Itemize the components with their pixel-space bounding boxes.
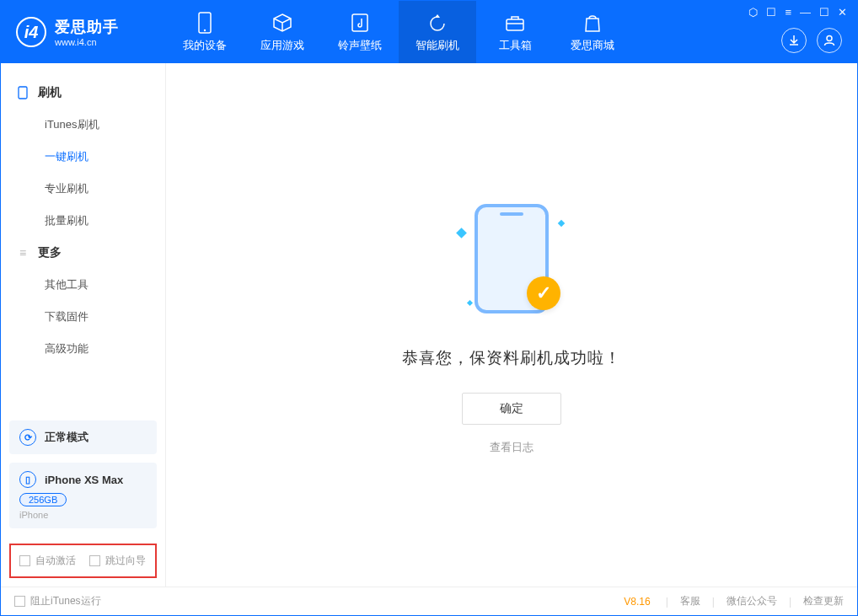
mode-block[interactable]: ⟳ 正常模式 bbox=[9, 420, 157, 454]
close-button[interactable]: ✕ bbox=[838, 6, 847, 19]
checkbox-box-icon bbox=[14, 596, 25, 607]
separator: | bbox=[712, 596, 715, 608]
confirm-button[interactable]: 确定 bbox=[462, 393, 561, 425]
checkbox-auto-activate[interactable]: 自动激活 bbox=[19, 554, 76, 568]
checkbox-block-itunes[interactable]: 阻止iTunes运行 bbox=[14, 594, 101, 608]
sidebar-item-oneclick-flash[interactable]: 一键刷机 bbox=[1, 141, 165, 173]
footer-links: | 客服 | 微信公众号 | 检查更新 bbox=[666, 594, 844, 608]
logo-text: 爱思助手 www.i4.cn bbox=[55, 17, 119, 47]
footer: 阻止iTunes运行 V8.16 | 客服 | 微信公众号 | 检查更新 bbox=[1, 587, 857, 615]
checkmark-badge-icon: ✓ bbox=[527, 276, 560, 310]
footer-link-wechat[interactable]: 微信公众号 bbox=[727, 594, 777, 608]
tab-label: 我的设备 bbox=[183, 38, 227, 53]
tab-toolbox[interactable]: 工具箱 bbox=[476, 1, 554, 63]
sidebar-item-batch-flash[interactable]: 批量刷机 bbox=[1, 205, 165, 237]
maximize-button[interactable]: ☐ bbox=[819, 6, 829, 19]
tab-apps-games[interactable]: 应用游戏 bbox=[244, 1, 321, 63]
sidebar: 刷机 iTunes刷机 一键刷机 专业刷机 批量刷机 ≡ 更多 其他工具 下载固… bbox=[1, 63, 166, 587]
minimize-button[interactable]: — bbox=[800, 6, 811, 19]
separator: | bbox=[789, 596, 791, 608]
tab-smart-flash[interactable]: 智能刷机 bbox=[399, 1, 476, 63]
checkbox-label: 自动激活 bbox=[35, 554, 76, 568]
sidebar-item-download-firmware[interactable]: 下载固件 bbox=[1, 301, 165, 333]
app-url: www.i4.cn bbox=[55, 37, 119, 47]
group-title: 更多 bbox=[38, 245, 62, 260]
main-content: ✓ 恭喜您，保资料刷机成功啦！ 确定 查看日志 bbox=[166, 63, 857, 587]
view-log-link[interactable]: 查看日志 bbox=[490, 440, 534, 455]
menu-lines-icon: ≡ bbox=[16, 246, 29, 260]
sparkle-icon bbox=[467, 299, 473, 305]
shopping-bag-icon bbox=[582, 11, 603, 35]
toolbox-icon bbox=[504, 11, 526, 35]
separator: | bbox=[666, 596, 668, 608]
footer-left: 阻止iTunes运行 bbox=[14, 594, 101, 608]
phone-icon bbox=[196, 11, 213, 35]
checkbox-box-icon bbox=[19, 555, 30, 566]
phone-small-icon: ▯ bbox=[19, 471, 36, 488]
sparkle-icon bbox=[558, 219, 565, 226]
footer-link-support[interactable]: 客服 bbox=[680, 594, 700, 608]
checkbox-label: 阻止iTunes运行 bbox=[30, 594, 101, 608]
storage-badge: 256GB bbox=[19, 493, 67, 506]
app-name: 爱思助手 bbox=[55, 17, 119, 37]
sidebar-scroll: 刷机 iTunes刷机 一键刷机 专业刷机 批量刷机 ≡ 更多 其他工具 下载固… bbox=[1, 63, 165, 412]
tab-label: 铃声壁纸 bbox=[338, 38, 382, 53]
app-body: 刷机 iTunes刷机 一键刷机 专业刷机 批量刷机 ≡ 更多 其他工具 下载固… bbox=[1, 63, 857, 587]
cube-icon bbox=[271, 11, 293, 35]
footer-link-update[interactable]: 检查更新 bbox=[803, 594, 844, 608]
user-button[interactable] bbox=[817, 28, 842, 53]
refresh-icon bbox=[426, 11, 448, 35]
svg-rect-6 bbox=[19, 87, 27, 99]
tab-my-device[interactable]: 我的设备 bbox=[166, 1, 244, 63]
sidebar-group-flash: 刷机 bbox=[1, 77, 165, 109]
window-controls: ⬡ ☐ ≡ — ☐ ✕ bbox=[748, 1, 857, 23]
device-block[interactable]: ▯ iPhone XS Max 256GB iPhone bbox=[9, 463, 157, 528]
sidebar-item-advanced[interactable]: 高级功能 bbox=[1, 333, 165, 365]
app-window: i4 爱思助手 www.i4.cn 我的设备 应用游戏 铃声壁纸 智能刷机 bbox=[0, 0, 858, 616]
mode-label: 正常模式 bbox=[45, 430, 88, 445]
device-name: iPhone XS Max bbox=[45, 474, 123, 486]
checkbox-box-icon bbox=[89, 555, 100, 566]
tshirt-icon[interactable]: ⬡ bbox=[748, 6, 758, 19]
svg-point-3 bbox=[431, 17, 444, 30]
feedback-icon[interactable]: ☐ bbox=[766, 6, 776, 19]
device-icon bbox=[16, 86, 29, 99]
checkbox-label: 跳过向导 bbox=[105, 554, 146, 568]
device-blocks: ⟳ 正常模式 ▯ iPhone XS Max 256GB iPhone bbox=[1, 412, 165, 537]
success-title: 恭喜您，保资料刷机成功啦！ bbox=[402, 347, 621, 369]
highlighted-checkbox-row: 自动激活 跳过向导 bbox=[9, 544, 157, 578]
logo-area: i4 爱思助手 www.i4.cn bbox=[1, 1, 166, 63]
sparkle-icon bbox=[456, 228, 467, 238]
sidebar-group-more: ≡ 更多 bbox=[1, 237, 165, 269]
success-illustration: ✓ bbox=[436, 196, 587, 330]
svg-point-1 bbox=[204, 29, 206, 31]
music-note-icon bbox=[350, 11, 370, 35]
titlebar: i4 爱思助手 www.i4.cn 我的设备 应用游戏 铃声壁纸 智能刷机 bbox=[1, 1, 857, 63]
svg-point-5 bbox=[827, 36, 832, 41]
tab-label: 智能刷机 bbox=[416, 38, 459, 53]
svg-rect-2 bbox=[352, 14, 367, 31]
tab-label: 爱思商城 bbox=[571, 38, 614, 53]
sidebar-item-other-tools[interactable]: 其他工具 bbox=[1, 269, 165, 301]
app-logo-icon: i4 bbox=[16, 17, 46, 47]
device-type: iPhone bbox=[19, 510, 147, 520]
version-label: V8.16 bbox=[624, 596, 650, 608]
checkbox-skip-guide[interactable]: 跳过向导 bbox=[89, 554, 146, 568]
sidebar-item-pro-flash[interactable]: 专业刷机 bbox=[1, 173, 165, 205]
svg-rect-4 bbox=[507, 19, 523, 30]
download-button[interactable] bbox=[781, 28, 807, 53]
sidebar-item-itunes-flash[interactable]: iTunes刷机 bbox=[1, 109, 165, 141]
tab-label: 应用游戏 bbox=[260, 38, 304, 53]
tab-store[interactable]: 爱思商城 bbox=[554, 1, 631, 63]
menu-icon[interactable]: ≡ bbox=[785, 6, 791, 19]
tab-label: 工具箱 bbox=[499, 38, 532, 53]
group-title: 刷机 bbox=[38, 85, 62, 100]
mode-icon: ⟳ bbox=[19, 429, 36, 446]
header-action-buttons bbox=[781, 28, 842, 53]
tab-ringtones-wallpapers[interactable]: 铃声壁纸 bbox=[321, 1, 399, 63]
